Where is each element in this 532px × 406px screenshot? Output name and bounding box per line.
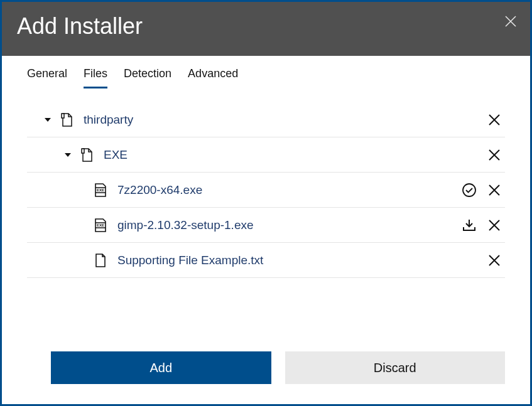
add-button[interactable]: Add bbox=[51, 351, 271, 384]
remove-icon[interactable] bbox=[486, 149, 502, 161]
tree-row-file[interactable]: EXE gimp-2.10.32-setup-1.exe bbox=[27, 208, 505, 243]
close-icon[interactable] bbox=[505, 16, 516, 29]
svg-rect-0 bbox=[62, 114, 64, 118]
exe-file-icon: EXE bbox=[92, 183, 109, 197]
remove-icon[interactable] bbox=[486, 184, 502, 196]
tree-row-label: thirdparty bbox=[84, 113, 486, 127]
tab-bar: General Files Detection Advanced bbox=[2, 56, 530, 88]
tree-row-folder[interactable]: thirdparty bbox=[27, 102, 505, 137]
chevron-down-icon[interactable] bbox=[41, 115, 55, 125]
tab-detection[interactable]: Detection bbox=[124, 67, 171, 88]
discard-button[interactable]: Discard bbox=[285, 351, 506, 384]
chevron-down-icon[interactable] bbox=[61, 150, 75, 160]
tree-row-label: Supporting File Example.txt bbox=[117, 254, 486, 267]
exe-file-icon: EXE bbox=[92, 218, 109, 232]
dialog-footer: Add Discard bbox=[2, 351, 530, 404]
download-icon[interactable] bbox=[461, 218, 477, 233]
remove-icon[interactable] bbox=[486, 254, 502, 267]
folder-icon bbox=[79, 148, 95, 162]
dialog-header: Add Installer bbox=[2, 2, 530, 56]
tab-files[interactable]: Files bbox=[84, 67, 107, 88]
dialog-title: Add Installer bbox=[17, 13, 143, 40]
remove-icon[interactable] bbox=[486, 114, 502, 126]
svg-text:EXE: EXE bbox=[97, 223, 104, 227]
tree-row-folder[interactable]: EXE bbox=[27, 137, 505, 173]
selected-check-icon[interactable] bbox=[461, 183, 477, 198]
svg-rect-1 bbox=[82, 149, 84, 153]
tab-general[interactable]: General bbox=[27, 67, 67, 88]
svg-point-3 bbox=[463, 184, 475, 196]
remove-icon[interactable] bbox=[486, 219, 502, 232]
tree-row-label: 7z2200-x64.exe bbox=[117, 183, 461, 197]
tree-row-label: gimp-2.10.32-setup-1.exe bbox=[117, 218, 461, 232]
add-installer-dialog: Add Installer General Files Detection Ad… bbox=[0, 0, 532, 406]
folder-icon bbox=[58, 113, 75, 127]
file-tree: thirdparty EXE EXE bbox=[2, 88, 530, 278]
tree-row-file[interactable]: Supporting File Example.txt bbox=[27, 243, 505, 278]
svg-text:EXE: EXE bbox=[97, 188, 104, 192]
file-icon bbox=[92, 254, 109, 267]
tree-row-label: EXE bbox=[104, 148, 486, 162]
tree-row-file[interactable]: EXE 7z2200-x64.exe bbox=[27, 173, 505, 208]
tab-advanced[interactable]: Advanced bbox=[188, 67, 238, 88]
